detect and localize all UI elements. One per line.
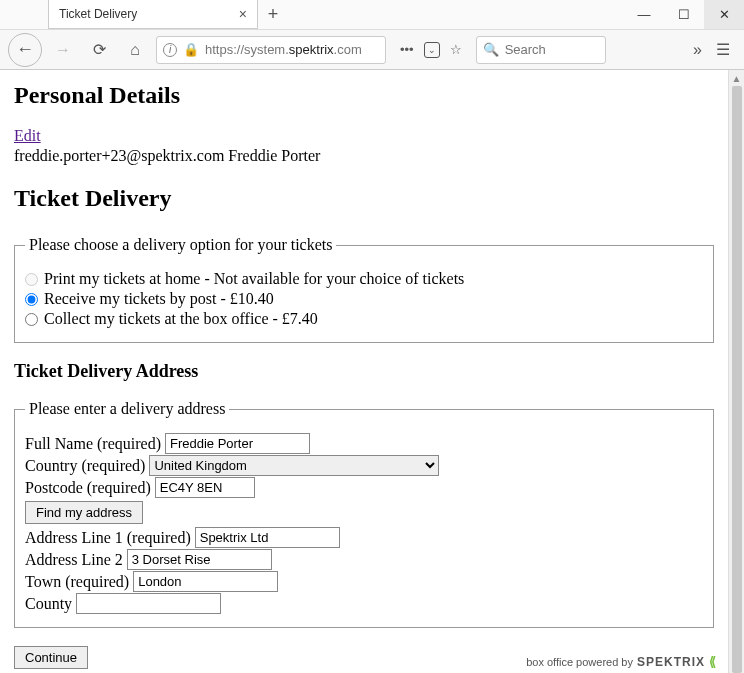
radio-print-row: Print my tickets at home - Not available…	[25, 270, 703, 288]
vertical-scrollbar[interactable]: ▲	[728, 70, 744, 673]
url-text: https://system.spektrix.com	[205, 42, 379, 57]
find-address-button[interactable]: Find my address	[25, 501, 143, 524]
browser-titlebar: Ticket Delivery × + — ☐ ✕	[0, 0, 744, 30]
radio-collect-label[interactable]: Collect my tickets at the box office - £…	[44, 310, 318, 328]
delivery-options-fieldset: Please choose a delivery option for your…	[14, 236, 714, 343]
forward-button[interactable]: →	[48, 35, 78, 65]
more-actions-icon[interactable]: •••	[400, 42, 414, 57]
addr2-input[interactable]	[127, 549, 272, 570]
county-input[interactable]	[76, 593, 221, 614]
browser-toolbar: ← → ⟳ ⌂ i 🔒 https://system.spektrix.com …	[0, 30, 744, 70]
lock-icon: 🔒	[183, 42, 199, 57]
site-info-icon[interactable]: i	[163, 43, 177, 57]
bookmark-star-icon[interactable]: ☆	[450, 42, 462, 57]
maximize-button[interactable]: ☐	[664, 0, 704, 29]
postcode-input[interactable]	[155, 477, 255, 498]
overflow-icon[interactable]: »	[693, 41, 702, 59]
continue-button[interactable]: Continue	[14, 646, 88, 669]
delivery-address-heading: Ticket Delivery Address	[14, 361, 714, 382]
addr1-input[interactable]	[195, 527, 340, 548]
postcode-label: Postcode (required)	[25, 479, 151, 497]
minimize-button[interactable]: —	[624, 0, 664, 29]
radio-print	[25, 273, 38, 286]
window-controls: — ☐ ✕	[624, 0, 744, 29]
addr2-label: Address Line 2	[25, 551, 123, 569]
personal-details-heading: Personal Details	[14, 82, 714, 109]
radio-collect[interactable]	[25, 313, 38, 326]
user-summary: freddie.porter+23@spektrix.com Freddie P…	[14, 147, 714, 165]
pocket-icon[interactable]: ⌄	[424, 42, 440, 58]
radio-print-label: Print my tickets at home - Not available…	[44, 270, 464, 288]
close-window-button[interactable]: ✕	[704, 0, 744, 29]
reload-button[interactable]: ⟳	[84, 35, 114, 65]
address-legend: Please enter a delivery address	[25, 400, 229, 418]
search-bar[interactable]: 🔍	[476, 36, 606, 64]
brand-chevron-icon: ⟪	[709, 654, 714, 669]
edit-link[interactable]: Edit	[14, 127, 41, 144]
ticket-delivery-heading: Ticket Delivery	[14, 185, 714, 212]
addr1-label: Address Line 1 (required)	[25, 529, 191, 547]
address-fieldset: Please enter a delivery address Full Nam…	[14, 400, 714, 628]
delivery-options-legend: Please choose a delivery option for your…	[25, 236, 336, 254]
menu-icon[interactable]: ☰	[716, 40, 730, 59]
radio-post[interactable]	[25, 293, 38, 306]
county-label: County	[25, 595, 72, 613]
country-label: Country (required)	[25, 457, 145, 475]
search-input[interactable]	[503, 41, 599, 58]
close-tab-icon[interactable]: ×	[239, 6, 247, 22]
browser-tab[interactable]: Ticket Delivery ×	[48, 0, 258, 29]
footer-branding: box office powered by SPEKTRIX ⟪	[526, 654, 714, 669]
radio-post-row[interactable]: Receive my tickets by post - £10.40	[25, 290, 703, 308]
page-viewport: Personal Details Edit freddie.porter+23@…	[0, 70, 744, 673]
radio-post-label[interactable]: Receive my tickets by post - £10.40	[44, 290, 274, 308]
back-button[interactable]: ←	[8, 33, 42, 67]
address-bar[interactable]: i 🔒 https://system.spektrix.com	[156, 36, 386, 64]
url-action-icons: ••• ⌄ ☆	[392, 42, 470, 58]
scroll-up-arrow[interactable]: ▲	[732, 70, 742, 86]
fullname-input[interactable]	[165, 433, 310, 454]
town-label: Town (required)	[25, 573, 129, 591]
scroll-thumb[interactable]	[732, 86, 742, 673]
home-button[interactable]: ⌂	[120, 35, 150, 65]
country-select[interactable]: United Kingdom	[149, 455, 439, 476]
page-content: Personal Details Edit freddie.porter+23@…	[0, 70, 728, 673]
fullname-label: Full Name (required)	[25, 435, 161, 453]
new-tab-button[interactable]: +	[258, 0, 288, 29]
search-icon: 🔍	[483, 42, 499, 57]
tab-title: Ticket Delivery	[59, 7, 239, 21]
town-input[interactable]	[133, 571, 278, 592]
radio-collect-row[interactable]: Collect my tickets at the box office - £…	[25, 310, 703, 328]
